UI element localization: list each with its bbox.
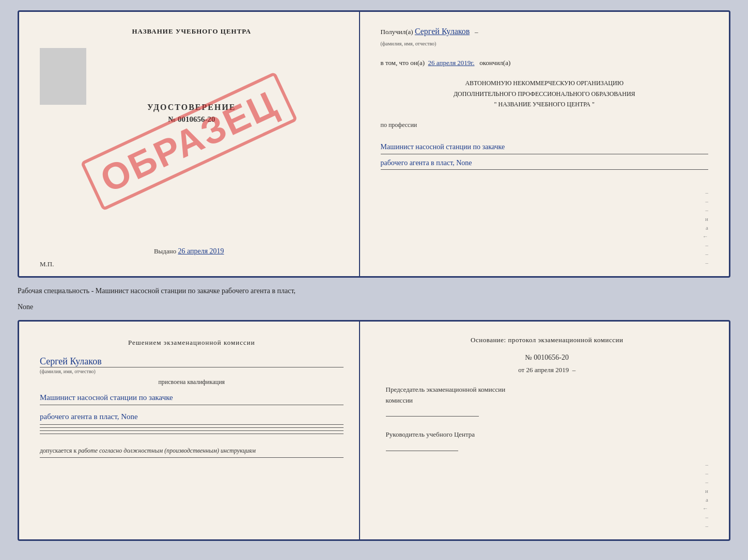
- predsedatel-subline: комиссии: [386, 396, 413, 404]
- predsedatel-signature-line: [386, 416, 479, 417]
- right-marks: – – – и а ← – – –: [381, 179, 708, 266]
- org-line1: АВТОНОМНУЮ НЕКОММЕРЧЕСКУЮ ОРГАНИЗАЦИЮ: [381, 78, 708, 88]
- specialty-text: Рабочая специальность - Машинист насосно…: [18, 283, 730, 299]
- protocol-number: № 0010656-20: [386, 354, 708, 362]
- osnovanie-label: Основание: протокол экзаменационной коми…: [386, 334, 708, 346]
- dopuskaetsya-label: допускается к: [40, 447, 76, 454]
- top-certificate-wrapper: НАЗВАНИЕ УЧЕБНОГО ЦЕНТРА ОБРАЗЕЦ УДОСТОВ…: [18, 10, 730, 278]
- protocol-date-value: 26 апреля 2019: [526, 366, 569, 374]
- profession-line2: рабочего агента в пласт, None: [381, 156, 708, 170]
- prisvoena-label: присвоена квалификация: [40, 378, 344, 386]
- protocol-date: от 26 апреля 2019 –: [386, 366, 708, 374]
- bottom-right-marks: – – – и а ← – –: [386, 451, 708, 529]
- bottom-name: Сергей Кулаков: [40, 356, 344, 367]
- cert-left-panel: НАЗВАНИЕ УЧЕБНОГО ЦЕНТРА ОБРАЗЕЦ УДОСТОВ…: [19, 12, 360, 276]
- photo-placeholder: [40, 48, 86, 105]
- poluchil-label: Получил(a): [381, 28, 413, 36]
- poluchil-field: Получил(a) Сергей Кулаков – (фамилия, им…: [381, 25, 708, 49]
- okonchil-label: окончил(а): [479, 59, 510, 67]
- vtom-date: 26 апреля 2019г.: [428, 59, 475, 67]
- dopuskaetsya-text: работе согласно должностным (производств…: [78, 447, 256, 454]
- bottom-line-3: [40, 434, 344, 434]
- org-line2: ДОПОЛНИТЕЛЬНОГО ПРОФЕССИОНАЛЬНОГО ОБРАЗО…: [381, 89, 708, 99]
- bottom-familiya-label: (фамилия, имя, отчество): [40, 367, 344, 374]
- bottom-certificate: Решением экзаменационной комиссии Сергей…: [18, 320, 730, 541]
- predsedatel-label: Председатель экзаменационной комиссии: [386, 386, 506, 393]
- cert-bottom-left: Решением экзаменационной комиссии Сергей…: [19, 322, 360, 539]
- cert-bottom-right: Основание: протокол экзаменационной коми…: [360, 322, 729, 539]
- qual-line1: Машинист насосной станции по закачке: [40, 390, 344, 406]
- number-label: № 0010656-20: [525, 354, 569, 361]
- bottom-certificate-wrapper: Решением экзаменационной комиссии Сергей…: [18, 320, 730, 541]
- vydano-line: Выдано 26 апреля 2019: [19, 247, 359, 255]
- resheniem-label: Решением экзаменационной комиссии: [40, 337, 344, 348]
- profession-block: Машинист насосной станции по закачке раб…: [381, 138, 708, 169]
- cert-number: № 0010656-20: [40, 115, 344, 124]
- vydano-date: 26 апреля 2019: [178, 247, 224, 255]
- rukovoditel-block: Руководитель учебного Центра: [386, 429, 708, 440]
- familiya-label: (фамилия, имя, отчество): [381, 41, 437, 46]
- bottom-line-4: [40, 457, 344, 458]
- specialty-text2: None: [18, 299, 730, 315]
- mp-label: М.П.: [40, 260, 54, 268]
- top-certificate: НАЗВАНИЕ УЧЕБНОГО ЦЕНТРА ОБРАЗЕЦ УДОСТОВ…: [18, 10, 730, 278]
- rukovoditel-label: Руководитель учебного Центра: [386, 430, 475, 438]
- cert-right-panel: Получил(a) Сергей Кулаков – (фамилия, им…: [360, 12, 729, 276]
- org-block: АВТОНОМНУЮ НЕКОММЕРЧЕСКУЮ ОРГАНИЗАЦИЮ ДО…: [381, 78, 708, 109]
- org-line3: " НАЗВАНИЕ УЧЕБНОГО ЦЕНТРА ": [381, 99, 708, 109]
- bottom-line-1: [40, 427, 344, 428]
- cert-left-title: НАЗВАНИЕ УЧЕБНОГО ЦЕНТРА: [40, 27, 344, 36]
- qual-line2: рабочего агента в пласт, None: [40, 409, 344, 425]
- vtom-field: в том, что он(а) 26 апреля 2019г. окончи…: [381, 58, 708, 69]
- vtom-label: в том, что он(а): [381, 59, 425, 67]
- predsedatel-block: Председатель экзаменационной комиссии ко…: [386, 385, 708, 406]
- specialty-text-block: Рабочая специальность - Машинист насосно…: [18, 283, 730, 315]
- dopuskaetsya-block: допускается к работе согласно должностны…: [40, 447, 344, 455]
- bottom-line-2: [40, 430, 344, 431]
- document-container: НАЗВАНИЕ УЧЕБНОГО ЦЕНТРА ОБРАЗЕЦ УДОСТОВ…: [18, 10, 730, 541]
- ot-label: от: [518, 366, 524, 374]
- vydano-label: Выдано: [154, 247, 176, 255]
- poluchil-name: Сергей Кулаков: [415, 27, 470, 36]
- profession-line1: Машинист насосной станции по закачке: [381, 140, 708, 154]
- po-professii-label: по профессии: [381, 121, 708, 129]
- obrazets-stamp: ОБРАЗЕЦ: [80, 72, 298, 211]
